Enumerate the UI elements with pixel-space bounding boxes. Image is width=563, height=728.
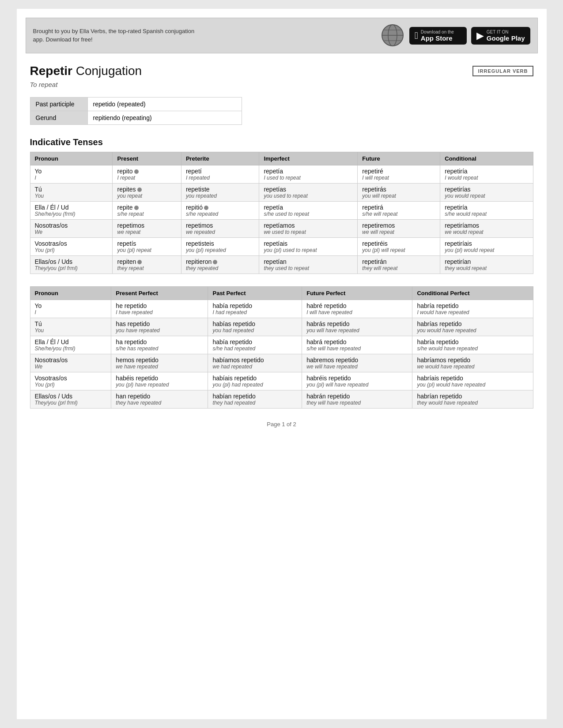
pronoun-main: Nosotras/os	[35, 356, 107, 364]
future-perfect-translation: s/he will have repeated	[306, 345, 408, 352]
conditional-cell: repetirían they would repeat	[440, 256, 533, 274]
pronoun-main: Ella / Él / Ud	[35, 338, 107, 345]
googleplay-icon: ▶	[476, 30, 484, 41]
th-conditional-perfect: Conditional Perfect	[412, 287, 533, 300]
audio-dot[interactable]	[204, 206, 208, 210]
present-perfect-form: habéis repetido	[116, 375, 203, 382]
preterite-form: repitieron	[186, 258, 255, 265]
pronoun-cell: Nosotras/os We	[30, 220, 113, 238]
audio-dot[interactable]	[137, 188, 142, 192]
pronoun-main: Nosotras/os	[35, 222, 108, 229]
conditional-translation: you (pl) would repeat	[445, 247, 528, 253]
participle-table: Past participle repetido (repeated) Geru…	[30, 97, 242, 125]
past-perfect-translation: they had repeated	[212, 400, 297, 406]
table-row: Ella / Él / Ud She/he/you (frml) repite …	[30, 202, 533, 220]
future-translation: you (pl) will repeat	[362, 247, 435, 253]
conditional-perfect-cell: habrías repetido you would have repeated	[412, 318, 533, 336]
present-perfect-form: ha repetido	[116, 338, 203, 345]
pronoun-sub: They/you (prl frml)	[35, 400, 107, 406]
conditional-perfect-cell: habría repetido I would have repeated	[412, 300, 533, 318]
audio-dot[interactable]	[137, 260, 142, 264]
title-rest: Conjugation	[72, 64, 142, 78]
table-row: Vosotras/os You (prl) repetís you (pl) r…	[30, 238, 533, 256]
future-perfect-translation: we will have repeated	[306, 364, 408, 370]
conditional-perfect-form: habríais repetido	[417, 375, 528, 382]
future-translation: we will repeat	[362, 229, 435, 235]
future-perfect-cell: habré repetido I will have repeated	[302, 300, 412, 318]
conditional-cell: repetiríais you (pl) would repeat	[440, 238, 533, 256]
present-translation: s/he repeat	[117, 211, 176, 217]
pronoun-sub: She/he/you (frml)	[35, 211, 108, 217]
present-perfect-cell: has repetido you have repeated	[111, 318, 208, 336]
future-cell: repetirá s/he will repeat	[358, 202, 440, 220]
conditional-translation: I would repeat	[445, 175, 528, 181]
pronoun-main: Yo	[35, 302, 107, 309]
present-cell: repiten they repeat	[113, 256, 181, 274]
conditional-form: repetiríais	[445, 240, 528, 247]
past-perfect-cell: habías repetido you had repeated	[208, 318, 302, 336]
imperfect-cell: repetía s/he used to repeat	[259, 202, 358, 220]
conditional-perfect-cell: habríamos repetido we would have repeate…	[412, 354, 533, 372]
preterite-form: repetisteis	[186, 240, 255, 247]
conditional-form: repetiríamos	[445, 222, 528, 229]
page-footer: Page 1 of 2	[30, 421, 533, 428]
present-translation: they repeat	[117, 265, 176, 271]
indicative-heading: Indicative Tenses	[30, 137, 533, 147]
audio-dot[interactable]	[213, 260, 217, 264]
imperfect-form: repetía	[264, 204, 353, 211]
present-perfect-form: he repetido	[116, 302, 203, 309]
future-perfect-form: habrán repetido	[306, 393, 408, 400]
future-perfect-translation: they will have repeated	[306, 400, 408, 406]
present-form: repetís	[117, 240, 176, 247]
preterite-translation: s/he repeated	[186, 211, 255, 217]
table-row: Ellas/os / Uds They/you (prl frml) han r…	[30, 390, 533, 409]
conditional-perfect-translation: you would have repeated	[417, 327, 528, 334]
future-perfect-cell: habrán repetido they will have repeated	[302, 390, 412, 409]
conditional-form: repetiría	[445, 204, 528, 211]
preterite-form: repitió	[186, 204, 255, 211]
main-content: Repetir Conjugation IRREGULAR VERB To re…	[17, 53, 547, 438]
banner-right:  Download on the App Store ▶ GET IT ON …	[381, 23, 530, 48]
table-row: Tú You repites you repeat repetiste you …	[30, 184, 533, 202]
conditional-perfect-form: habría repetido	[417, 338, 528, 345]
th-past-perfect: Past Perfect	[208, 287, 302, 300]
pronoun-cell: Yo I	[30, 165, 113, 184]
past-perfect-cell: habíais repetido you (pl) had repeated	[208, 372, 302, 390]
imperfect-translation: you (pl) used to repeat	[264, 247, 353, 253]
preterite-translation: I repeated	[186, 175, 255, 181]
th-conditional: Conditional	[440, 152, 533, 165]
pronoun-sub: I	[35, 175, 108, 181]
preterite-form: repetí	[186, 168, 255, 175]
present-cell: repetís you (pl) repeat	[113, 238, 181, 256]
appstore-badge[interactable]:  Download on the App Store	[409, 27, 467, 45]
pronoun-main: Ellas/os / Uds	[35, 393, 107, 400]
table-row: Ellas/os / Uds They/you (prl frml) repit…	[30, 256, 533, 274]
conditional-perfect-form: habrías repetido	[417, 320, 528, 327]
audio-dot[interactable]	[134, 169, 139, 174]
conditional-form: repetiría	[445, 168, 528, 175]
th-pronoun-p: Pronoun	[30, 287, 111, 300]
pronoun-main: Ellas/os / Uds	[35, 258, 108, 265]
present-perfect-translation: I have repeated	[116, 309, 203, 315]
past-perfect-cell: habíamos repetido we had repeated	[208, 354, 302, 372]
audio-dot[interactable]	[134, 206, 139, 210]
preterite-cell: repitió s/he repeated	[181, 202, 259, 220]
past-participle-label: Past participle	[30, 98, 87, 111]
conditional-perfect-form: habría repetido	[417, 302, 528, 309]
imperfect-form: repetía	[264, 168, 353, 175]
past-perfect-form: habíais repetido	[212, 375, 297, 382]
conditional-translation: s/he would repeat	[445, 211, 528, 217]
past-perfect-translation: we had repeated	[212, 364, 297, 370]
gerund-label: Gerund	[30, 111, 87, 125]
imperfect-translation: s/he used to repeat	[264, 211, 353, 217]
page-title: Repetir Conjugation	[30, 64, 142, 78]
future-translation: s/he will repeat	[362, 211, 435, 217]
pronoun-sub: I	[35, 309, 107, 315]
future-form: repetirá	[362, 204, 435, 211]
conditional-cell: repetiría I would repeat	[440, 165, 533, 184]
future-form: repetiremos	[362, 222, 435, 229]
googleplay-badge[interactable]: ▶ GET IT ON Google Play	[471, 27, 530, 45]
perfect-tenses-table: Pronoun Present Perfect Past Perfect Fut…	[30, 286, 533, 409]
pronoun-main: Tú	[35, 320, 107, 327]
present-translation: we repeat	[117, 229, 176, 235]
